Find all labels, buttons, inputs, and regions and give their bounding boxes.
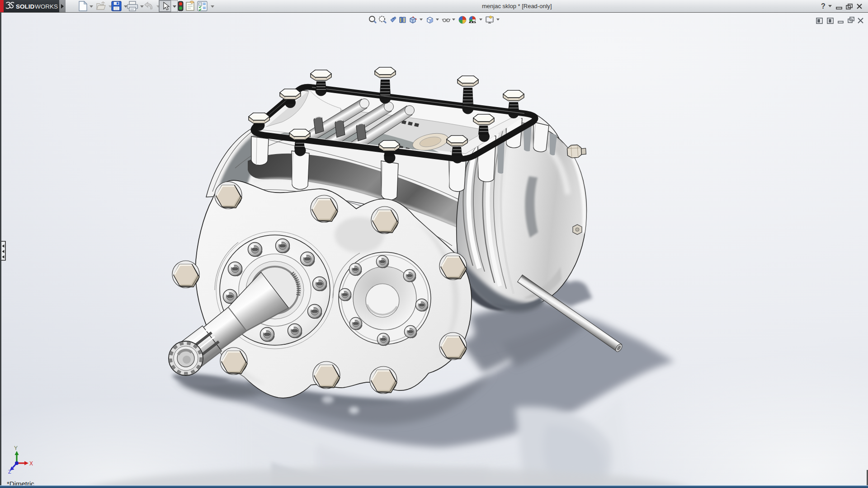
svg-text:Y: Y [14, 445, 18, 451]
svg-text:?: ? [821, 2, 826, 10]
svg-text:Z: Z [8, 469, 11, 474]
svg-text:X: X [29, 460, 33, 467]
svg-text:WORKS: WORKS [35, 3, 58, 10]
svg-text:SOLID: SOLID [16, 3, 35, 10]
